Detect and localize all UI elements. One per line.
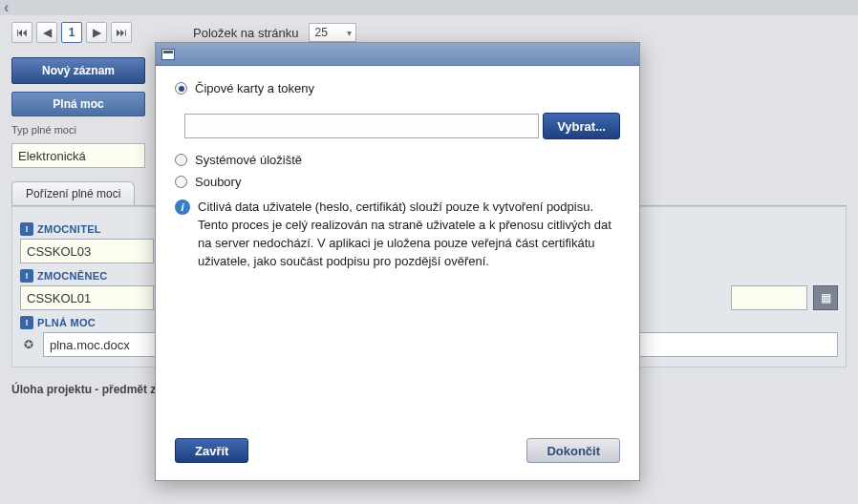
radio-icon: [175, 82, 187, 94]
plna-moc-button[interactable]: Plná moc: [11, 92, 145, 116]
radio-icon: [175, 154, 187, 166]
pager-per-page-value: 25: [315, 26, 328, 39]
required-icon: !: [20, 316, 33, 329]
pager-next-button[interactable]: ▶: [86, 22, 107, 43]
zmocnitel-label: ZMOCNITEL: [37, 223, 101, 235]
dropdown-icon: ▾: [347, 28, 352, 38]
zmocnenec-label: ZMOCNĚNEC: [37, 270, 108, 282]
tab-porizeni-plne-moci[interactable]: Pořízení plné moci: [11, 181, 135, 205]
back-chevron-icon[interactable]: ‹: [4, 0, 9, 16]
pager-last-button[interactable]: ⏭: [111, 22, 132, 43]
signature-modal: Čipové karty a tokeny Vybrat... Systémov…: [155, 42, 640, 481]
ribbon-icon: ✪: [20, 336, 37, 353]
top-bar: ‹: [0, 0, 858, 15]
modal-titlebar[interactable]: [156, 43, 639, 66]
calendar-button[interactable]: ▦: [813, 285, 838, 310]
vybrat-button[interactable]: Vybrat...: [543, 113, 620, 139]
novy-zaznam-button[interactable]: Nový záznam: [11, 57, 145, 84]
zmocnitel-input[interactable]: CSSKOL03: [20, 239, 154, 263]
radio-cipove-karty[interactable]: Čipové karty a tokeny: [175, 81, 620, 95]
modal-body: Čipové karty a tokeny Vybrat... Systémov…: [156, 66, 639, 429]
radio-icon: [175, 176, 187, 188]
typ-plne-moci-input[interactable]: Elektronická: [11, 143, 145, 168]
info-row: i Citlivá data uživatele (heslo, certifi…: [175, 199, 620, 270]
radio-cipove-label: Čipové karty a tokeny: [195, 81, 314, 95]
pager-prev-button[interactable]: ◀: [36, 22, 57, 43]
zavrit-button[interactable]: Zavřít: [175, 438, 248, 463]
radio-systemove-uloziste[interactable]: Systémové úložiště: [175, 153, 620, 167]
certificate-select-row: Vybrat...: [184, 113, 620, 139]
modal-footer: Zavřít Dokončit: [156, 429, 639, 480]
radio-soubory[interactable]: Soubory: [175, 175, 620, 189]
modal-title-icon: [161, 49, 175, 60]
plna-moc-label: PLNÁ MOC: [37, 317, 96, 328]
certificate-path-input[interactable]: [184, 114, 539, 138]
date-input[interactable]: [731, 285, 807, 310]
radio-soubory-label: Soubory: [195, 175, 241, 189]
pager-per-page-select[interactable]: 25 ▾: [309, 23, 356, 42]
zmocnenec-input[interactable]: CSSKOL01: [20, 285, 154, 310]
pager-first-button[interactable]: ⏮: [11, 22, 32, 43]
info-text: Citlivá data uživatele (heslo, certifiká…: [198, 199, 620, 270]
pager-label: Položek na stránku: [193, 26, 299, 40]
radio-systemove-label: Systémové úložiště: [195, 153, 302, 167]
info-icon: i: [175, 200, 190, 215]
dokoncit-button[interactable]: Dokončit: [526, 438, 620, 463]
required-icon: !: [20, 222, 33, 236]
required-icon: !: [20, 269, 33, 283]
pager-page-number[interactable]: 1: [61, 22, 82, 43]
calendar-icon: ▦: [821, 291, 831, 304]
